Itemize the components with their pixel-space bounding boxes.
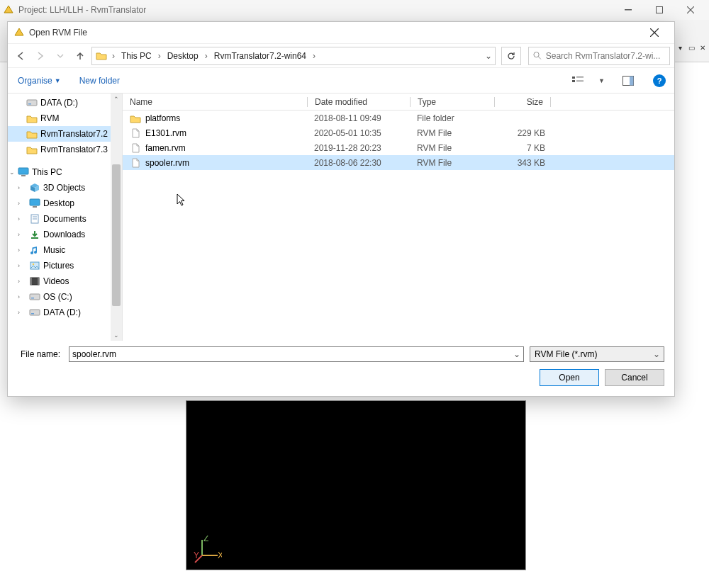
svg-rect-7 (572, 77, 575, 79)
tree-item[interactable]: ›Pictures (8, 258, 122, 273)
dialog-bottom: File name: ⌄ RVM File (*.rvm) ⌄ Open Can… (8, 341, 674, 392)
file-row[interactable]: platforms2018-08-11 09:49File folder (123, 111, 674, 125)
col-date[interactable]: Date modified (308, 97, 410, 107)
nav-back-button[interactable] (12, 47, 29, 64)
expand-icon[interactable]: › (18, 278, 20, 285)
nav-tree[interactable]: DATA (D:)RVMRvmTranslator7.2RvmTranslato… (8, 94, 123, 341)
dialog-close-button[interactable] (640, 23, 669, 43)
file-type-filter[interactable]: RVM File (*.rvm) ⌄ (530, 346, 664, 362)
axis-x-label: X (218, 550, 222, 560)
svg-rect-26 (30, 278, 32, 285)
svg-rect-27 (38, 278, 39, 285)
file-icon (130, 157, 141, 169)
file-icon (130, 142, 141, 154)
svg-rect-22 (31, 237, 38, 239)
file-list[interactable]: platforms2018-08-11 09:49File folderE130… (123, 111, 674, 341)
tree-thispc[interactable]: ⌄ This PC (8, 164, 122, 180)
address-bar[interactable]: › This PC › Desktop › RvmTranslator7.2-w… (91, 47, 496, 65)
search-icon (533, 51, 542, 60)
app-close-button[interactable] (675, 0, 706, 20)
svg-rect-30 (30, 310, 40, 315)
pane-close-icon[interactable]: ✕ (698, 43, 708, 52)
tree-scroll-down[interactable]: ⌄ (111, 329, 122, 341)
command-row: Organise ▼ New folder ▼ ? (8, 67, 674, 93)
chevron-right-icon[interactable]: › (311, 51, 317, 61)
file-name-box[interactable]: ⌄ (69, 346, 524, 362)
expand-icon[interactable]: › (18, 215, 20, 222)
chevron-down-icon[interactable]: ⌄ (653, 349, 660, 359)
nav-recent-button[interactable] (52, 47, 69, 64)
expand-icon[interactable]: › (18, 262, 20, 269)
expand-icon[interactable]: › (18, 184, 20, 191)
expand-icon[interactable]: › (18, 247, 20, 254)
breadcrumb-folder[interactable]: RvmTranslator7.2-win64 (211, 49, 310, 63)
new-folder-button[interactable]: New folder (77, 74, 123, 87)
chevron-right-icon[interactable]: › (157, 51, 162, 61)
svg-rect-15 (18, 168, 28, 174)
pane-dropdown-icon[interactable]: ▾ (675, 43, 685, 52)
app-maximize-button[interactable] (644, 0, 675, 20)
tree-scroll-thumb[interactable] (112, 164, 121, 306)
app-minimize-button[interactable] (613, 0, 644, 20)
addressbar-dropdown-icon[interactable]: ⌄ (485, 51, 492, 61)
pane-restore-icon[interactable]: ▭ (686, 43, 696, 52)
tree-item[interactable]: ›OS (C:) (8, 289, 122, 305)
expand-icon[interactable]: ⌄ (9, 169, 15, 176)
expand-icon[interactable]: › (18, 231, 20, 238)
file-name-input[interactable] (72, 349, 520, 359)
viewport-3d[interactable]: Z X Y (186, 400, 526, 570)
breadcrumb-thispc[interactable]: This PC (118, 49, 155, 63)
tree-item[interactable]: RvmTranslator7.2 (8, 126, 122, 142)
chevron-down-icon: ▼ (55, 77, 61, 84)
chevron-right-icon[interactable]: › (203, 51, 209, 61)
open-button[interactable]: Open (540, 369, 599, 386)
nav-up-button[interactable] (72, 47, 89, 64)
addressbar-folder-icon (95, 50, 108, 62)
tree-item[interactable]: RVM (8, 111, 122, 126)
app-icon (3, 4, 14, 16)
file-row[interactable]: famen.rvm2019-11-28 20:23RVM File7 KB (123, 140, 674, 155)
tree-item[interactable]: ›Music (8, 242, 122, 258)
thispc-icon (18, 166, 29, 178)
folder-icon (26, 144, 38, 155)
tree-item[interactable]: ›Videos (8, 273, 122, 289)
expand-icon[interactable]: › (18, 293, 20, 300)
tree-item[interactable]: ›3D Objects (8, 180, 122, 196)
file-row[interactable]: spooler.rvm2018-08-06 22:30RVM File343 K… (123, 155, 674, 170)
folder-icon (26, 113, 38, 124)
tree-scroll-up[interactable]: ⌃ (111, 94, 122, 105)
expand-icon[interactable]: › (18, 309, 20, 316)
app-titlebar: Project: LLH/LLH - RvmTranslator (0, 0, 709, 20)
refresh-button[interactable] (501, 47, 521, 65)
view-mode-button[interactable] (570, 73, 586, 89)
column-headers: Name Date modified Type Size (123, 94, 674, 111)
chevron-down-icon[interactable]: ⌄ (513, 349, 520, 359)
preview-pane-button[interactable] (620, 73, 636, 89)
nav-forward-button[interactable] (32, 47, 49, 64)
help-button[interactable]: ? (652, 73, 667, 89)
chevron-down-icon[interactable]: ▼ (598, 77, 605, 84)
app-title: Project: LLH/LLH - RvmTranslator (18, 5, 146, 15)
breadcrumb-desktop[interactable]: Desktop (164, 49, 202, 63)
tree-item[interactable]: DATA (D:) (8, 95, 122, 111)
col-size[interactable]: Size (495, 97, 550, 107)
search-input[interactable] (546, 51, 665, 61)
file-row[interactable]: E1301.rvm2020-05-01 10:35RVM File229 KB (123, 125, 674, 140)
search-box[interactable] (528, 47, 670, 65)
axis-gizmo: Z X Y (194, 536, 222, 564)
expand-icon[interactable]: › (18, 200, 20, 207)
tree-item[interactable]: ›DATA (D:) (8, 305, 122, 320)
svg-rect-13 (27, 100, 37, 106)
organise-menu[interactable]: Organise ▼ (15, 74, 64, 87)
dialog-titlebar[interactable]: Open RVM File (8, 22, 674, 43)
tree-item[interactable]: ›Documents (8, 211, 122, 227)
open-file-dialog: Open RVM File › This PC › Desktop › RvmT… (7, 21, 675, 397)
tree-item[interactable]: RvmTranslator7.3 (8, 142, 122, 157)
tree-item[interactable]: ›Downloads (8, 227, 122, 242)
chevron-right-icon[interactable]: › (111, 51, 116, 61)
cancel-button[interactable]: Cancel (605, 369, 664, 386)
col-name[interactable]: Name (123, 97, 307, 107)
col-type[interactable]: Type (411, 97, 494, 107)
svg-rect-16 (21, 175, 26, 176)
tree-item[interactable]: ›Desktop (8, 196, 122, 211)
